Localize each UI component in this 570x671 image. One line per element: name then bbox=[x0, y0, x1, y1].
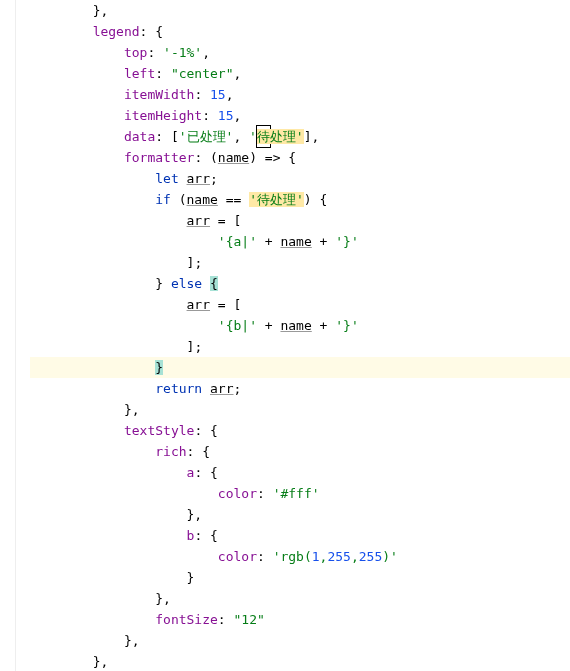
code-line[interactable]: return arr; bbox=[30, 378, 570, 399]
code-line[interactable]: }, bbox=[30, 630, 570, 651]
prop-top: top bbox=[124, 45, 147, 60]
var-arr: arr bbox=[187, 171, 210, 186]
brace-close: } bbox=[187, 570, 195, 585]
value-left: "center" bbox=[171, 66, 234, 81]
prop-itemwidth: itemWidth bbox=[124, 87, 194, 102]
colon: : bbox=[194, 465, 210, 480]
ref-name: name bbox=[187, 192, 218, 207]
code-line[interactable]: textStyle: { bbox=[30, 420, 570, 441]
code-line[interactable]: color: 'rgb(1,255,255)' bbox=[30, 546, 570, 567]
brace-close-match: } bbox=[155, 360, 163, 375]
text-cursor: 待 bbox=[256, 125, 271, 148]
prop-color: color bbox=[218, 486, 257, 501]
brace-close-comma: }, bbox=[124, 402, 140, 417]
colon: : bbox=[155, 66, 171, 81]
code-line[interactable]: a: { bbox=[30, 462, 570, 483]
rgb-suffix: )' bbox=[382, 549, 398, 564]
brace-close: } bbox=[155, 276, 163, 291]
value-color-a: '#fff' bbox=[273, 486, 320, 501]
rgb-prefix: 'rgb( bbox=[273, 549, 312, 564]
bracket-open: [ bbox=[234, 297, 242, 312]
code-line[interactable]: }, bbox=[30, 0, 570, 21]
ref-name: name bbox=[280, 234, 311, 249]
str-close: '}' bbox=[335, 234, 358, 249]
semicolon: ; bbox=[194, 255, 202, 270]
code-line[interactable]: } else { bbox=[30, 273, 570, 294]
code-line-current[interactable]: } bbox=[30, 357, 570, 378]
data-item-1-rest: 处理' bbox=[270, 129, 304, 144]
indent bbox=[30, 402, 124, 417]
kw-let: let bbox=[155, 171, 178, 186]
str-b-open: '{b|' bbox=[218, 318, 257, 333]
prop-fontsize: fontSize bbox=[155, 612, 218, 627]
comma: , bbox=[234, 108, 242, 123]
brace-open: { bbox=[210, 423, 218, 438]
indent bbox=[30, 45, 124, 60]
comma: , bbox=[312, 129, 320, 144]
code-line[interactable]: left: "center", bbox=[30, 63, 570, 84]
code-line[interactable]: }, bbox=[30, 588, 570, 609]
indent bbox=[30, 129, 124, 144]
code-line[interactable]: arr = [ bbox=[30, 294, 570, 315]
code-line[interactable]: itemWidth: 15, bbox=[30, 84, 570, 105]
colon: : bbox=[218, 612, 234, 627]
code-line[interactable]: '{b|' + name + '}' bbox=[30, 315, 570, 336]
indent bbox=[30, 87, 124, 102]
brace-close-comma: }, bbox=[187, 507, 203, 522]
indent bbox=[30, 549, 218, 564]
indent bbox=[30, 507, 187, 522]
indent bbox=[30, 654, 93, 669]
comma: , bbox=[351, 549, 359, 564]
code-line[interactable]: legend: { bbox=[30, 21, 570, 42]
bracket-close: ] bbox=[304, 129, 312, 144]
indent bbox=[30, 339, 187, 354]
rgb-1: 1 bbox=[312, 549, 320, 564]
brace-open: { bbox=[210, 528, 218, 543]
code-line[interactable]: fontSize: "12" bbox=[30, 609, 570, 630]
data-item-0: '已处理' bbox=[179, 129, 234, 144]
code-line[interactable]: top: '-1%', bbox=[30, 42, 570, 63]
data-item-1-hl: 待 bbox=[257, 129, 270, 144]
code-line[interactable]: itemHeight: 15, bbox=[30, 105, 570, 126]
code-line[interactable]: rich: { bbox=[30, 441, 570, 462]
var-arr: arr bbox=[187, 297, 210, 312]
code-line[interactable]: }, bbox=[30, 504, 570, 525]
indent bbox=[30, 108, 124, 123]
code-line[interactable]: }, bbox=[30, 651, 570, 671]
colon: : bbox=[257, 486, 273, 501]
code-line[interactable]: formatter: (name) => { bbox=[30, 147, 570, 168]
code-line[interactable]: color: '#fff' bbox=[30, 483, 570, 504]
code-line[interactable]: }, bbox=[30, 399, 570, 420]
code-line[interactable]: b: { bbox=[30, 525, 570, 546]
brace-open: { bbox=[155, 24, 163, 39]
code-line[interactable]: arr = [ bbox=[30, 210, 570, 231]
var-arr: arr bbox=[210, 381, 233, 396]
space bbox=[202, 276, 210, 291]
brace-open: { bbox=[210, 465, 218, 480]
colon: : bbox=[194, 87, 210, 102]
semicolon: ; bbox=[194, 339, 202, 354]
space bbox=[171, 192, 179, 207]
indent bbox=[30, 3, 93, 18]
code-line[interactable]: } bbox=[30, 567, 570, 588]
code-line[interactable]: '{a|' + name + '}' bbox=[30, 231, 570, 252]
paren-close: ) bbox=[304, 192, 312, 207]
code-line[interactable]: ]; bbox=[30, 336, 570, 357]
value-top: '-1%' bbox=[163, 45, 202, 60]
plus: + bbox=[312, 234, 335, 249]
code-line[interactable]: ]; bbox=[30, 252, 570, 273]
indent bbox=[30, 360, 155, 375]
code-editor[interactable]: }, legend: { top: '-1%', left: "center",… bbox=[0, 0, 570, 671]
semicolon: ; bbox=[234, 381, 242, 396]
code-line[interactable]: let arr; bbox=[30, 168, 570, 189]
plus: + bbox=[312, 318, 335, 333]
paren-open: ( bbox=[210, 150, 218, 165]
indent bbox=[30, 591, 155, 606]
prop-formatter: formatter bbox=[124, 150, 194, 165]
code-line[interactable]: data: ['已处理', '待处理'], bbox=[30, 126, 570, 147]
code-line[interactable]: if (name == '待处理') { bbox=[30, 189, 570, 210]
colon: : bbox=[202, 108, 218, 123]
indent bbox=[30, 66, 124, 81]
ref-name: name bbox=[280, 318, 311, 333]
space bbox=[163, 276, 171, 291]
